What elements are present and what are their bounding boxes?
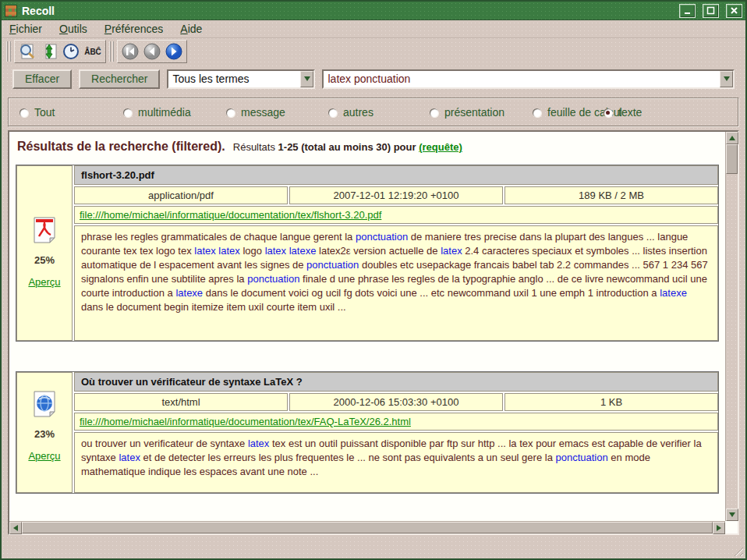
result-meta-row: text/html 2000-12-06 15:03:30 +0100 1 KB — [74, 393, 718, 411]
search-document-icon — [18, 42, 37, 61]
results-header: Résultats de la recherche (filtered).Rés… — [14, 136, 720, 155]
previous-page-icon — [143, 42, 161, 61]
first-page-button[interactable] — [119, 41, 141, 62]
radio-icon — [604, 108, 612, 117]
arrow-right-icon — [717, 525, 721, 531]
close-icon — [730, 6, 738, 15]
result-meta-row: application/pdf 2007-12-01 12:19:20 +010… — [74, 186, 718, 204]
horizontal-scrollbar[interactable] — [9, 521, 725, 533]
recoll-app-icon — [5, 5, 17, 17]
results-count-prefix: Résultats — [233, 141, 278, 153]
radio-tout[interactable]: Tout — [19, 106, 55, 119]
minimize-button[interactable] — [679, 4, 696, 18]
radio-icon — [19, 108, 28, 117]
search-history-arrow-button[interactable] — [720, 71, 733, 87]
radio-multimedia[interactable]: multimédia — [123, 106, 191, 119]
result-size: 189 KB / 2 MB — [504, 186, 718, 204]
result-title: flshort-3.20.pdf — [74, 165, 718, 185]
html-document-icon — [32, 390, 57, 418]
toolbar: ÂBĈ — [2, 38, 745, 65]
resize-grip[interactable] — [731, 544, 743, 556]
status-bar — [2, 535, 745, 558]
window-title: Recoll — [22, 5, 672, 17]
radio-presentation[interactable]: présentation — [430, 106, 504, 119]
search-mode-arrow-button[interactable] — [300, 71, 313, 87]
chevron-down-icon — [304, 76, 310, 81]
menu-preferences[interactable]: Préférences — [104, 23, 164, 35]
search-query-combo — [322, 69, 735, 89]
recoll-window: Recoll Fichier Outils Préférences Aide — [0, 0, 747, 560]
result-mime: application/pdf — [74, 186, 288, 204]
scrollbar-corner — [725, 521, 738, 533]
next-page-icon — [165, 42, 183, 61]
next-page-button[interactable] — [163, 41, 185, 62]
result-title: Où trouver un vérificateur de syntaxe La… — [74, 372, 718, 392]
radio-texte[interactable]: texte — [604, 106, 642, 119]
toolbar-grip[interactable] — [109, 41, 114, 62]
close-button[interactable] — [726, 4, 742, 18]
search-button[interactable]: Rechercher — [79, 69, 160, 89]
update-index-button[interactable] — [38, 41, 60, 62]
vertical-scrollbar-thumb[interactable] — [726, 144, 738, 174]
search-mode-value: Tous les termes — [168, 71, 300, 87]
menu-aide[interactable]: Aide — [180, 23, 202, 35]
result-size: 1 KB — [504, 393, 718, 411]
results-title: Résultats de la recherche (filtered). — [17, 140, 225, 153]
result-url-link[interactable]: file:///home/michael/informatique/docume… — [80, 209, 381, 221]
radio-icon — [533, 108, 541, 117]
radio-icon — [123, 108, 132, 117]
result-url-cell: file:///home/michael/informatique/docume… — [74, 413, 718, 431]
term-explorer-button[interactable]: ÂBĈ — [82, 41, 104, 62]
results-count-range: 1-25 (total au moins 30) pour — [278, 141, 420, 153]
previous-page-button[interactable] — [141, 41, 163, 62]
horizontal-scrollbar-thumb[interactable] — [22, 522, 713, 533]
result-url-link[interactable]: file:///home/michael/informatique/docume… — [80, 416, 411, 427]
filter-wrap: Tout multimédia message autres présentat… — [2, 93, 745, 129]
toolbar-group-nav — [117, 40, 187, 63]
vertical-scrollbar[interactable] — [725, 132, 738, 521]
result-entry: 25% Aperçu flshort-3.20.pdf application/… — [16, 165, 719, 342]
search-document-button[interactable] — [16, 41, 38, 62]
vertical-scrollbar-track[interactable] — [726, 174, 738, 509]
scroll-down-button[interactable] — [726, 509, 738, 521]
result-side-panel: 25% Aperçu — [16, 165, 73, 341]
preview-link[interactable]: Aperçu — [28, 276, 60, 288]
search-mode-select[interactable]: Tous les termes — [167, 69, 315, 89]
scroll-right-button[interactable] — [713, 522, 725, 534]
arrow-up-icon — [729, 136, 735, 140]
result-date: 2007-12-01 12:19:20 +0100 — [289, 186, 503, 204]
menu-fichier[interactable]: Fichier — [9, 23, 42, 35]
menu-outils[interactable]: Outils — [59, 23, 87, 35]
clear-button[interactable]: Effacer — [12, 69, 72, 89]
result-entry: 23% Aperçu Où trouver un vérificateur de… — [16, 371, 719, 494]
result-snippet: ou trouver un verificateur de syntaxe la… — [74, 432, 718, 493]
toolbar-grip[interactable] — [6, 41, 11, 62]
result-date: 2000-12-06 15:03:30 +0100 — [289, 393, 503, 411]
pdf-document-icon — [32, 216, 57, 244]
result-body: flshort-3.20.pdf application/pdf 2007-12… — [74, 165, 718, 341]
first-page-icon — [121, 42, 140, 61]
abc-spell-icon: ÂBĈ — [84, 48, 101, 56]
search-input[interactable] — [324, 71, 720, 87]
result-mime: text/html — [74, 393, 288, 411]
query-link[interactable]: (requête) — [419, 141, 462, 153]
menubar: Fichier Outils Préférences Aide — [2, 20, 745, 38]
radio-autres[interactable]: autres — [328, 106, 374, 119]
maximize-button[interactable] — [703, 4, 719, 18]
toolbar-group-tools: ÂBĈ — [14, 40, 106, 63]
result-side-panel: 23% Aperçu — [16, 372, 73, 493]
preview-link[interactable]: Aperçu — [28, 450, 60, 462]
document-updown-icon — [40, 42, 58, 61]
result-url-cell: file:///home/michael/informatique/docume… — [74, 206, 718, 224]
radio-icon — [226, 108, 235, 117]
result-snippet: phrase les regles grammaticales de chaqu… — [74, 225, 718, 341]
results-wrap: Résultats de la recherche (filtered).Rés… — [2, 130, 745, 535]
radio-message[interactable]: message — [226, 106, 285, 119]
scroll-up-button[interactable] — [726, 132, 738, 144]
scroll-left-button[interactable] — [9, 522, 22, 534]
relevance-percent: 25% — [34, 254, 55, 266]
relevance-percent: 23% — [34, 428, 55, 440]
arrow-left-icon — [13, 525, 18, 531]
sort-by-date-button[interactable] — [60, 41, 82, 62]
minimize-icon — [683, 6, 692, 15]
